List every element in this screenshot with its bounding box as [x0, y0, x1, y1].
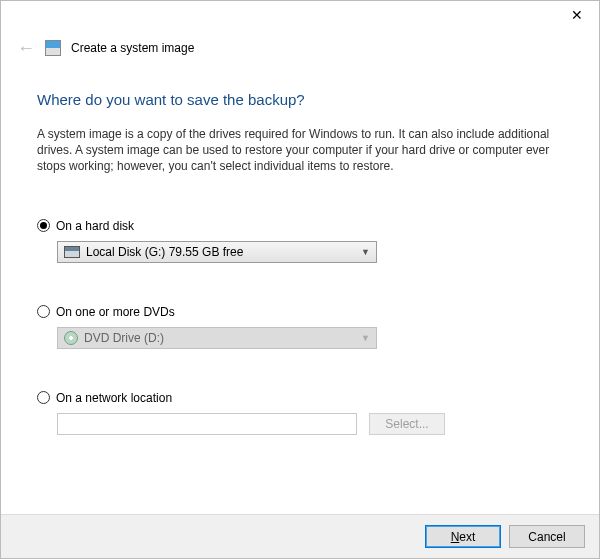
radio-label: On a hard disk	[56, 219, 134, 233]
hard-disk-selected: Local Disk (G:) 79.55 GB free	[86, 245, 357, 259]
radio-icon	[37, 305, 50, 318]
wizard-title: Create a system image	[71, 41, 194, 55]
titlebar: ✕	[1, 1, 599, 33]
next-button-label: Next	[451, 530, 476, 544]
page-description: A system image is a copy of the drives r…	[37, 126, 563, 175]
radio-network[interactable]: On a network location	[37, 391, 563, 405]
select-network-button: Select...	[369, 413, 445, 435]
chevron-down-icon: ▼	[361, 247, 370, 257]
cancel-button[interactable]: Cancel	[509, 525, 585, 548]
option-hard-disk: On a hard disk Local Disk (G:) 79.55 GB …	[37, 219, 563, 263]
option-network: On a network location Select...	[37, 391, 563, 435]
radio-label: On one or more DVDs	[56, 305, 175, 319]
radio-icon	[37, 219, 50, 232]
radio-dvd[interactable]: On one or more DVDs	[37, 305, 563, 319]
content-area: Where do you want to save the backup? A …	[1, 57, 599, 435]
close-button[interactable]: ✕	[555, 1, 599, 29]
chevron-down-icon: ▼	[361, 333, 370, 343]
page-heading: Where do you want to save the backup?	[37, 91, 563, 108]
radio-hard-disk[interactable]: On a hard disk	[37, 219, 563, 233]
wizard-header: ← Create a system image	[1, 33, 599, 57]
radio-icon	[37, 391, 50, 404]
dvd-selected: DVD Drive (D:)	[84, 331, 357, 345]
option-dvd: On one or more DVDs DVD Drive (D:) ▼	[37, 305, 563, 349]
back-arrow-icon: ←	[17, 39, 35, 57]
dvd-dropdown: DVD Drive (D:) ▼	[57, 327, 377, 349]
network-path-input	[57, 413, 357, 435]
dvd-icon	[64, 331, 78, 345]
next-button[interactable]: Next	[425, 525, 501, 548]
hard-disk-icon	[64, 246, 80, 258]
hard-disk-dropdown[interactable]: Local Disk (G:) 79.55 GB free ▼	[57, 241, 377, 263]
wizard-footer: Next Cancel	[1, 514, 599, 558]
system-image-icon	[45, 40, 61, 56]
radio-label: On a network location	[56, 391, 172, 405]
